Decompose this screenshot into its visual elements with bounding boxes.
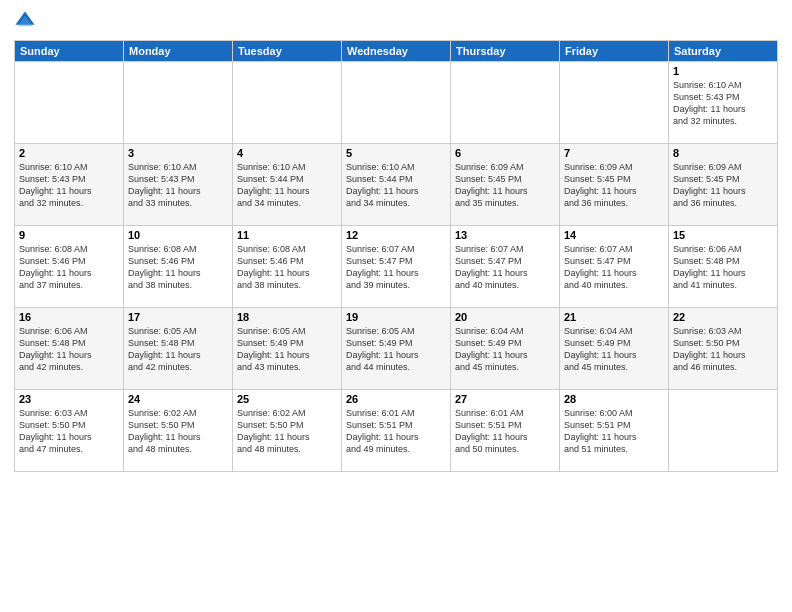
day-number: 10	[128, 229, 228, 241]
calendar-cell: 12Sunrise: 6:07 AM Sunset: 5:47 PM Dayli…	[342, 226, 451, 308]
calendar-header-saturday: Saturday	[669, 41, 778, 62]
calendar-cell: 17Sunrise: 6:05 AM Sunset: 5:48 PM Dayli…	[124, 308, 233, 390]
day-info: Sunrise: 6:04 AM Sunset: 5:49 PM Dayligh…	[564, 325, 664, 374]
day-info: Sunrise: 6:10 AM Sunset: 5:44 PM Dayligh…	[346, 161, 446, 210]
day-number: 26	[346, 393, 446, 405]
calendar-week-row: 23Sunrise: 6:03 AM Sunset: 5:50 PM Dayli…	[15, 390, 778, 472]
day-info: Sunrise: 6:04 AM Sunset: 5:49 PM Dayligh…	[455, 325, 555, 374]
calendar-cell: 5Sunrise: 6:10 AM Sunset: 5:44 PM Daylig…	[342, 144, 451, 226]
day-number: 17	[128, 311, 228, 323]
calendar-header-row: SundayMondayTuesdayWednesdayThursdayFrid…	[15, 41, 778, 62]
calendar-week-row: 2Sunrise: 6:10 AM Sunset: 5:43 PM Daylig…	[15, 144, 778, 226]
day-info: Sunrise: 6:06 AM Sunset: 5:48 PM Dayligh…	[673, 243, 773, 292]
calendar-cell: 22Sunrise: 6:03 AM Sunset: 5:50 PM Dayli…	[669, 308, 778, 390]
calendar-week-row: 9Sunrise: 6:08 AM Sunset: 5:46 PM Daylig…	[15, 226, 778, 308]
day-info: Sunrise: 6:07 AM Sunset: 5:47 PM Dayligh…	[564, 243, 664, 292]
calendar-cell	[15, 62, 124, 144]
day-number: 4	[237, 147, 337, 159]
calendar-cell: 13Sunrise: 6:07 AM Sunset: 5:47 PM Dayli…	[451, 226, 560, 308]
calendar-cell	[342, 62, 451, 144]
day-number: 3	[128, 147, 228, 159]
day-info: Sunrise: 6:03 AM Sunset: 5:50 PM Dayligh…	[673, 325, 773, 374]
day-number: 18	[237, 311, 337, 323]
calendar-cell: 8Sunrise: 6:09 AM Sunset: 5:45 PM Daylig…	[669, 144, 778, 226]
day-info: Sunrise: 6:08 AM Sunset: 5:46 PM Dayligh…	[19, 243, 119, 292]
calendar-cell: 3Sunrise: 6:10 AM Sunset: 5:43 PM Daylig…	[124, 144, 233, 226]
day-info: Sunrise: 6:07 AM Sunset: 5:47 PM Dayligh…	[346, 243, 446, 292]
day-number: 13	[455, 229, 555, 241]
calendar-cell: 16Sunrise: 6:06 AM Sunset: 5:48 PM Dayli…	[15, 308, 124, 390]
header	[14, 10, 778, 32]
day-number: 8	[673, 147, 773, 159]
calendar-cell: 6Sunrise: 6:09 AM Sunset: 5:45 PM Daylig…	[451, 144, 560, 226]
day-number: 19	[346, 311, 446, 323]
calendar-cell: 23Sunrise: 6:03 AM Sunset: 5:50 PM Dayli…	[15, 390, 124, 472]
logo	[14, 10, 40, 32]
day-number: 12	[346, 229, 446, 241]
day-number: 11	[237, 229, 337, 241]
day-info: Sunrise: 6:10 AM Sunset: 5:43 PM Dayligh…	[673, 79, 773, 128]
day-number: 1	[673, 65, 773, 77]
day-number: 28	[564, 393, 664, 405]
calendar-header-thursday: Thursday	[451, 41, 560, 62]
calendar-cell: 26Sunrise: 6:01 AM Sunset: 5:51 PM Dayli…	[342, 390, 451, 472]
calendar-cell: 2Sunrise: 6:10 AM Sunset: 5:43 PM Daylig…	[15, 144, 124, 226]
calendar-header-sunday: Sunday	[15, 41, 124, 62]
calendar-week-row: 16Sunrise: 6:06 AM Sunset: 5:48 PM Dayli…	[15, 308, 778, 390]
day-number: 22	[673, 311, 773, 323]
calendar-table: SundayMondayTuesdayWednesdayThursdayFrid…	[14, 40, 778, 472]
calendar-cell: 11Sunrise: 6:08 AM Sunset: 5:46 PM Dayli…	[233, 226, 342, 308]
day-info: Sunrise: 6:10 AM Sunset: 5:43 PM Dayligh…	[19, 161, 119, 210]
calendar-cell	[451, 62, 560, 144]
calendar-cell: 19Sunrise: 6:05 AM Sunset: 5:49 PM Dayli…	[342, 308, 451, 390]
calendar-cell: 25Sunrise: 6:02 AM Sunset: 5:50 PM Dayli…	[233, 390, 342, 472]
calendar-cell: 1Sunrise: 6:10 AM Sunset: 5:43 PM Daylig…	[669, 62, 778, 144]
day-info: Sunrise: 6:09 AM Sunset: 5:45 PM Dayligh…	[564, 161, 664, 210]
calendar-cell: 18Sunrise: 6:05 AM Sunset: 5:49 PM Dayli…	[233, 308, 342, 390]
day-number: 2	[19, 147, 119, 159]
day-info: Sunrise: 6:10 AM Sunset: 5:44 PM Dayligh…	[237, 161, 337, 210]
day-number: 5	[346, 147, 446, 159]
day-number: 14	[564, 229, 664, 241]
day-number: 24	[128, 393, 228, 405]
day-info: Sunrise: 6:03 AM Sunset: 5:50 PM Dayligh…	[19, 407, 119, 456]
calendar-cell: 9Sunrise: 6:08 AM Sunset: 5:46 PM Daylig…	[15, 226, 124, 308]
calendar-cell	[669, 390, 778, 472]
day-info: Sunrise: 6:09 AM Sunset: 5:45 PM Dayligh…	[673, 161, 773, 210]
day-number: 9	[19, 229, 119, 241]
day-info: Sunrise: 6:05 AM Sunset: 5:48 PM Dayligh…	[128, 325, 228, 374]
calendar-week-row: 1Sunrise: 6:10 AM Sunset: 5:43 PM Daylig…	[15, 62, 778, 144]
calendar-header-tuesday: Tuesday	[233, 41, 342, 62]
calendar-cell: 15Sunrise: 6:06 AM Sunset: 5:48 PM Dayli…	[669, 226, 778, 308]
calendar-cell: 14Sunrise: 6:07 AM Sunset: 5:47 PM Dayli…	[560, 226, 669, 308]
day-number: 7	[564, 147, 664, 159]
calendar-cell	[124, 62, 233, 144]
calendar-header-friday: Friday	[560, 41, 669, 62]
calendar-cell	[233, 62, 342, 144]
day-info: Sunrise: 6:08 AM Sunset: 5:46 PM Dayligh…	[237, 243, 337, 292]
calendar-cell: 28Sunrise: 6:00 AM Sunset: 5:51 PM Dayli…	[560, 390, 669, 472]
day-number: 21	[564, 311, 664, 323]
day-info: Sunrise: 6:10 AM Sunset: 5:43 PM Dayligh…	[128, 161, 228, 210]
day-number: 16	[19, 311, 119, 323]
day-info: Sunrise: 6:06 AM Sunset: 5:48 PM Dayligh…	[19, 325, 119, 374]
day-number: 27	[455, 393, 555, 405]
day-number: 25	[237, 393, 337, 405]
day-number: 20	[455, 311, 555, 323]
calendar-cell	[560, 62, 669, 144]
page: SundayMondayTuesdayWednesdayThursdayFrid…	[0, 0, 792, 612]
calendar-cell: 24Sunrise: 6:02 AM Sunset: 5:50 PM Dayli…	[124, 390, 233, 472]
day-info: Sunrise: 6:05 AM Sunset: 5:49 PM Dayligh…	[237, 325, 337, 374]
calendar-cell: 4Sunrise: 6:10 AM Sunset: 5:44 PM Daylig…	[233, 144, 342, 226]
day-info: Sunrise: 6:08 AM Sunset: 5:46 PM Dayligh…	[128, 243, 228, 292]
day-info: Sunrise: 6:02 AM Sunset: 5:50 PM Dayligh…	[237, 407, 337, 456]
logo-icon	[14, 10, 36, 32]
day-info: Sunrise: 6:09 AM Sunset: 5:45 PM Dayligh…	[455, 161, 555, 210]
day-number: 15	[673, 229, 773, 241]
calendar-cell: 20Sunrise: 6:04 AM Sunset: 5:49 PM Dayli…	[451, 308, 560, 390]
calendar-cell: 10Sunrise: 6:08 AM Sunset: 5:46 PM Dayli…	[124, 226, 233, 308]
calendar-header-wednesday: Wednesday	[342, 41, 451, 62]
day-info: Sunrise: 6:02 AM Sunset: 5:50 PM Dayligh…	[128, 407, 228, 456]
day-number: 6	[455, 147, 555, 159]
day-info: Sunrise: 6:07 AM Sunset: 5:47 PM Dayligh…	[455, 243, 555, 292]
